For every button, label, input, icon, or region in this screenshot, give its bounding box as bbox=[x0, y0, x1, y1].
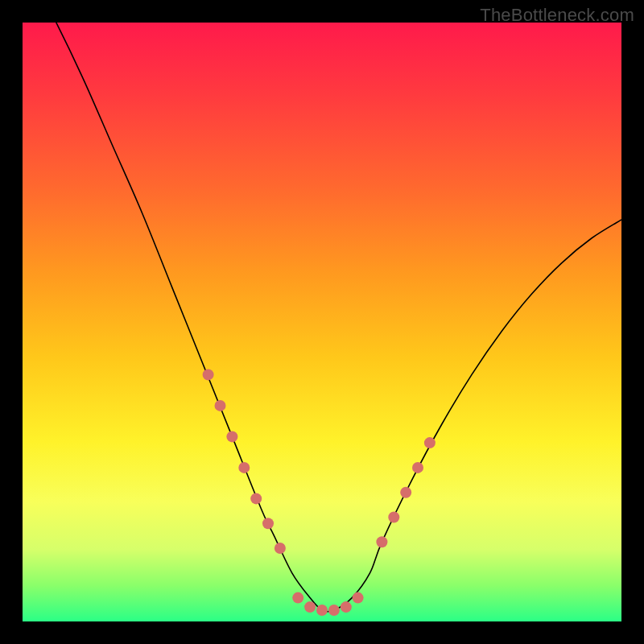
data-point bbox=[304, 601, 316, 613]
data-point bbox=[400, 487, 411, 498]
data-point bbox=[203, 369, 214, 380]
data-point bbox=[388, 512, 399, 523]
data-points bbox=[203, 369, 436, 616]
curve-layer bbox=[23, 23, 621, 621]
data-point bbox=[275, 543, 286, 554]
data-point bbox=[238, 462, 250, 473]
data-point bbox=[226, 431, 237, 442]
data-point bbox=[328, 605, 340, 616]
data-point bbox=[424, 437, 436, 448]
watermark-text: TheBottleneck.com bbox=[480, 5, 634, 26]
data-point bbox=[262, 518, 274, 529]
plot-area bbox=[23, 23, 621, 621]
data-point bbox=[292, 592, 303, 604]
data-point bbox=[353, 592, 364, 604]
data-point bbox=[341, 601, 352, 613]
data-point bbox=[250, 493, 262, 504]
chart-frame: TheBottleneck.com bbox=[0, 0, 644, 644]
data-point bbox=[376, 536, 387, 547]
data-point bbox=[412, 462, 423, 473]
data-point bbox=[215, 400, 226, 411]
data-point bbox=[316, 605, 328, 616]
bottleneck-curve bbox=[23, 23, 621, 612]
